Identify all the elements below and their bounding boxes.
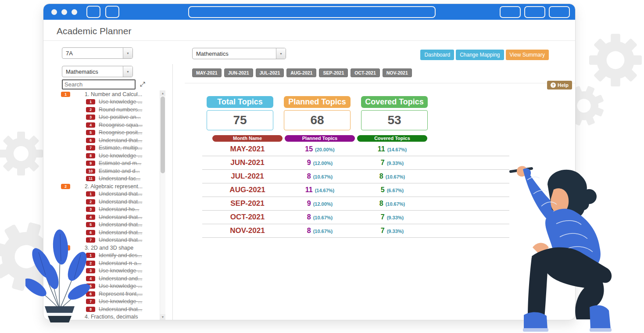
action-button[interactable]: Change Mapping [456, 50, 504, 60]
gear-icon [0, 132, 43, 175]
subtopic-number-badge: 2 [86, 199, 95, 204]
chevron-down-icon[interactable]: ▼ [123, 66, 132, 77]
tree-scrollbar[interactable]: ▲ ▼ [160, 90, 165, 320]
tree-child-item[interactable]: 9 Estimate and m... [43, 160, 160, 168]
month-tab[interactable]: JUL-2021 [256, 68, 284, 77]
tree-child-item[interactable]: 3 Understand ho... [43, 206, 160, 214]
chevron-down-icon[interactable]: ▼ [276, 48, 286, 59]
class-select[interactable]: 7A ▼ [62, 47, 133, 59]
month-tab[interactable]: OCT-2021 [351, 68, 379, 77]
subtopic-number-badge: 2 [86, 107, 95, 112]
subject-select-main[interactable]: Mathematics ▼ [192, 48, 286, 59]
planned-cell: 8(10.67%) [285, 224, 355, 238]
tree-item-label: Understand that... [99, 237, 142, 243]
tree-child-item[interactable]: 10 Estimate and d... [43, 167, 160, 175]
action-buttons: Dashboard Change Mapping View Summary [420, 50, 549, 60]
scroll-down-icon[interactable]: ▼ [160, 314, 165, 320]
table-header: Month Name Planned Topics Covered Topics [212, 135, 427, 142]
subtopic-number-badge: 7 [86, 145, 95, 150]
month-tab[interactable]: SEP-2021 [319, 68, 348, 77]
subject-select-sidebar[interactable]: Mathematics ▼ [62, 66, 133, 77]
covered-cell: 7(9.33%) [357, 224, 427, 238]
person-illustration [504, 157, 644, 333]
planned-cell: 8(10.67%) [285, 170, 355, 183]
planned-percent: (10.67%) [313, 174, 333, 179]
subtopic-number-badge: 6 [86, 138, 95, 143]
tree-child-item[interactable]: 1 Use knowledge ... [43, 98, 160, 106]
tree-child-item[interactable]: 1 Understand that... [43, 190, 160, 198]
planned-cell: 8(10.67%) [285, 211, 355, 224]
covered-cell: 5(6.67%) [357, 183, 427, 197]
scroll-up-icon[interactable]: ▲ [160, 90, 165, 96]
window-button[interactable] [524, 6, 545, 18]
planned-cell: 11(14.67%) [285, 183, 355, 197]
tree-child-item[interactable]: 4 Understand that... [43, 213, 160, 221]
covered-cell: 8(10.67%) [357, 197, 427, 211]
planned-count: 8 [307, 227, 311, 234]
tree-item-label: Understand π a... [99, 260, 142, 266]
address-bar[interactable] [188, 6, 436, 18]
summary-card-value: 68 [284, 110, 351, 130]
planned-percent: (12.00%) [313, 161, 333, 166]
window-dot-icon[interactable] [61, 9, 67, 15]
tree-child-item[interactable]: 2 Understand that... [43, 198, 160, 206]
month-tab[interactable]: NOV-2021 [383, 68, 412, 77]
tree-child-item[interactable]: 11 Understand fac... [43, 175, 160, 183]
tree-item-label: Use positive an... [99, 114, 141, 120]
action-button[interactable]: View Summary [506, 50, 549, 60]
summary-cards: Total Topics 75 Planned Topics 68 Covere… [207, 96, 428, 130]
planned-percent: (20.00%) [315, 147, 335, 152]
summary-card-header: Planned Topics [284, 96, 351, 108]
chevron-down-icon[interactable]: ▼ [123, 48, 132, 58]
tree-item-label: Recognise posit... [99, 129, 142, 136]
summary-value: 75 [233, 113, 247, 127]
action-button[interactable]: Dashboard [420, 50, 454, 60]
covered-count: 8 [379, 200, 383, 207]
planned-percent: (10.67%) [313, 215, 333, 220]
window-button[interactable] [105, 6, 119, 18]
covered-count: 7 [381, 213, 385, 221]
tree-parent-item[interactable]: 2 2. Algebraic represent... [43, 183, 160, 190]
subtopic-number-badge: 3 [86, 207, 95, 212]
sidebar-divider [172, 64, 173, 320]
collapse-tree-icon[interactable]: ⤢ [140, 80, 145, 88]
tree-child-item[interactable]: 5 Recognise posit... [43, 129, 160, 137]
table-column-header: Covered Topics [357, 135, 427, 142]
tree-child-item[interactable]: 6 Understand that... [43, 136, 160, 144]
window-button[interactable] [86, 6, 100, 18]
help-button[interactable]: ? Help [547, 81, 572, 90]
scrollbar-thumb[interactable] [161, 97, 165, 173]
summary-value: 68 [310, 113, 324, 127]
table-row: OCT-2021 8(10.67%) 7(9.33%) [202, 211, 509, 224]
monthly-topics-table: MAY-2021 15(20.00%) 11(14.67%) JUN-2021 … [202, 143, 509, 238]
window-dot-icon[interactable] [72, 9, 77, 15]
month-tab[interactable]: MAY-2021 [192, 68, 222, 77]
tree-child-item[interactable]: 7 Estimate, multip... [43, 144, 160, 152]
tree-item-label: Understand that... [99, 137, 142, 143]
month-cell: MAY-2021 [212, 143, 283, 156]
tree-child-item[interactable]: 4 Recognise squa... [43, 121, 160, 129]
tree-item-label: Use knowledge ... [99, 298, 142, 304]
subtopic-number-badge: 4 [86, 215, 95, 220]
tree-child-item[interactable]: 8 Use knowledge ... [43, 152, 160, 160]
tree-child-item[interactable]: 2 Round numbers... [43, 106, 160, 114]
window-button[interactable] [500, 6, 521, 18]
planned-count: 9 [307, 159, 311, 166]
planned-percent: (12.00%) [313, 201, 333, 207]
covered-percent: (10.67%) [386, 174, 405, 179]
month-tab[interactable]: JUN-2021 [224, 68, 253, 77]
search-input[interactable] [62, 79, 136, 90]
month-tab[interactable]: AUG-2021 [286, 68, 316, 77]
plant-illustration [25, 226, 91, 322]
tree-item-label: Understand that... [99, 306, 142, 312]
summary-card: Covered Topics 53 [361, 96, 428, 130]
tree-parent-item[interactable]: 1 1. Number and Calcul... [43, 90, 160, 98]
tree-child-item[interactable]: 3 Use positive an... [43, 114, 160, 122]
tree-item-label: Represent front,... [99, 291, 143, 297]
covered-cell: 7(9.33%) [357, 211, 427, 224]
window-dot-icon[interactable] [51, 9, 57, 15]
tree-item-label: Understand that... [99, 191, 142, 197]
subtopic-number-badge: 10 [86, 168, 95, 174]
covered-percent: (9.33%) [387, 161, 404, 166]
window-button[interactable] [549, 6, 570, 18]
